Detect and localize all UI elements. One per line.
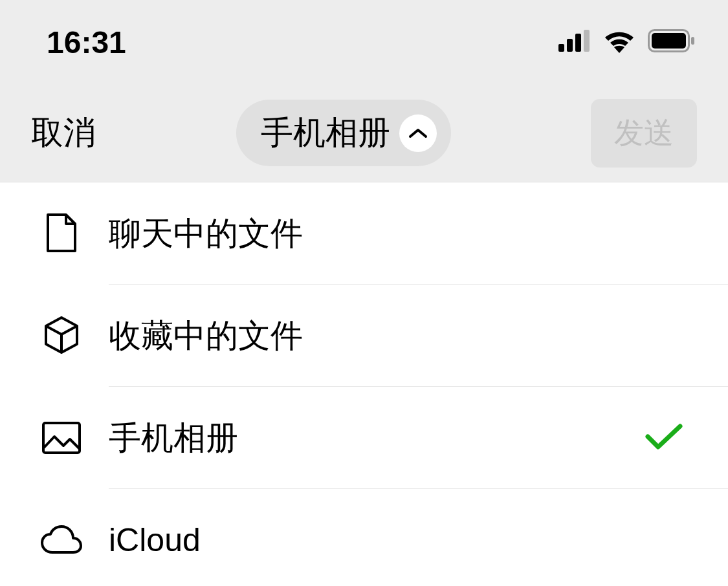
svg-rect-6 — [691, 37, 694, 45]
list-item-favorite-files[interactable]: 收藏中的文件 — [0, 285, 728, 387]
title-dropdown[interactable]: 手机相册 — [236, 100, 451, 166]
cellular-icon — [558, 30, 591, 54]
source-list: 聊天中的文件 收藏中的文件 手机相册 — [0, 182, 728, 586]
list-item-icloud[interactable]: iCloud — [0, 489, 728, 586]
list-item-phone-album[interactable]: 手机相册 — [0, 387, 728, 489]
svg-rect-3 — [584, 30, 590, 52]
list-item-chat-files[interactable]: 聊天中的文件 — [0, 182, 728, 285]
cube-icon — [39, 315, 84, 356]
battery-icon — [648, 29, 696, 55]
cancel-button[interactable]: 取消 — [31, 111, 96, 155]
checkmark-icon — [645, 422, 683, 453]
status-time: 16:31 — [47, 25, 126, 60]
cloud-icon — [39, 525, 84, 555]
svg-rect-5 — [652, 33, 686, 49]
svg-rect-1 — [567, 39, 573, 52]
status-bar: 16:31 — [0, 0, 728, 84]
file-icon — [39, 213, 84, 254]
list-item-label: 聊天中的文件 — [109, 212, 689, 255]
svg-rect-0 — [558, 44, 564, 52]
wifi-icon — [602, 28, 636, 56]
chevron-up-icon — [399, 114, 437, 152]
svg-rect-2 — [575, 34, 581, 52]
title-text: 手机相册 — [261, 111, 390, 155]
list-item-label: 收藏中的文件 — [109, 314, 689, 358]
svg-rect-7 — [43, 423, 80, 453]
image-icon — [39, 421, 84, 455]
list-item-label: 手机相册 — [109, 417, 645, 460]
send-button[interactable]: 发送 — [591, 99, 697, 168]
list-item-label: iCloud — [109, 521, 689, 559]
nav-bar: 取消 手机相册 发送 — [0, 84, 728, 182]
status-icons — [558, 28, 696, 56]
